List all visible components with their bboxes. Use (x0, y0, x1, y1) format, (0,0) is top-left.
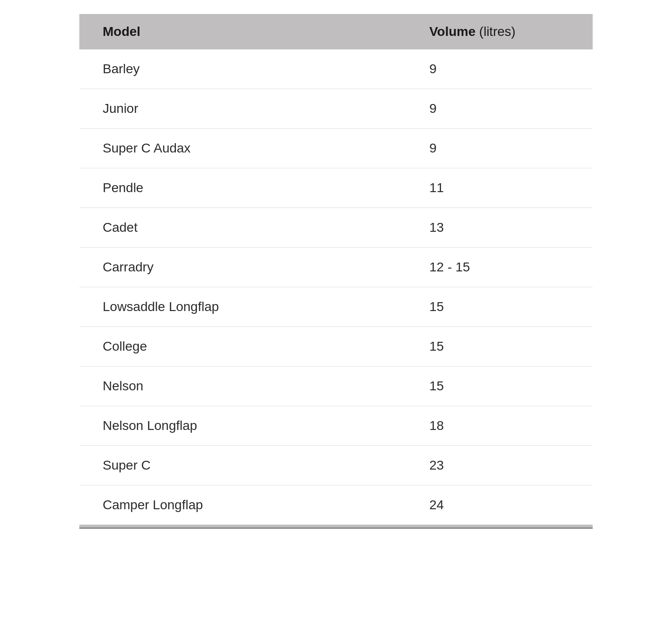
table-row: Lowsaddle Longflap15 (79, 287, 593, 327)
table-row: Nelson15 (79, 367, 593, 406)
table-footer-row (79, 525, 593, 527)
table-row: College15 (79, 327, 593, 367)
table-container: Model Volume (litres) Barley9Junior9Supe… (79, 14, 593, 529)
volume-cell: 9 (406, 89, 593, 129)
table-row: Barley9 (79, 49, 593, 89)
model-cell: Lowsaddle Longflap (79, 287, 406, 327)
table-row: Junior9 (79, 89, 593, 129)
table-row: Pendle11 (79, 168, 593, 208)
model-column-header: Model (79, 14, 406, 49)
volume-cell: 15 (406, 287, 593, 327)
model-cell: Barley (79, 49, 406, 89)
model-cell: Super C (79, 446, 406, 485)
table-row: Nelson Longflap18 (79, 406, 593, 446)
volume-column-header: Volume (litres) (406, 14, 593, 49)
volume-cell: 15 (406, 327, 593, 367)
model-cell: Super C Audax (79, 129, 406, 168)
volume-cell: 15 (406, 367, 593, 406)
model-volume-table: Model Volume (litres) Barley9Junior9Supe… (79, 14, 593, 527)
volume-cell: 12 - 15 (406, 248, 593, 287)
table-header-row: Model Volume (litres) (79, 14, 593, 49)
model-cell: Camper Longflap (79, 485, 406, 525)
volume-cell: 24 (406, 485, 593, 525)
volume-cell: 18 (406, 406, 593, 446)
volume-cell: 11 (406, 168, 593, 208)
model-cell: College (79, 327, 406, 367)
table-row: Cadet13 (79, 208, 593, 248)
table-row: Super C23 (79, 446, 593, 485)
model-cell: Nelson Longflap (79, 406, 406, 446)
table-row: Carradry12 - 15 (79, 248, 593, 287)
volume-cell: 13 (406, 208, 593, 248)
volume-cell: 9 (406, 49, 593, 89)
table-footer-cell (79, 525, 593, 527)
model-cell: Carradry (79, 248, 406, 287)
model-cell: Junior (79, 89, 406, 129)
model-cell: Pendle (79, 168, 406, 208)
table-row: Camper Longflap24 (79, 485, 593, 525)
model-cell: Cadet (79, 208, 406, 248)
table-row: Super C Audax9 (79, 129, 593, 168)
volume-cell: 23 (406, 446, 593, 485)
volume-cell: 9 (406, 129, 593, 168)
model-cell: Nelson (79, 367, 406, 406)
